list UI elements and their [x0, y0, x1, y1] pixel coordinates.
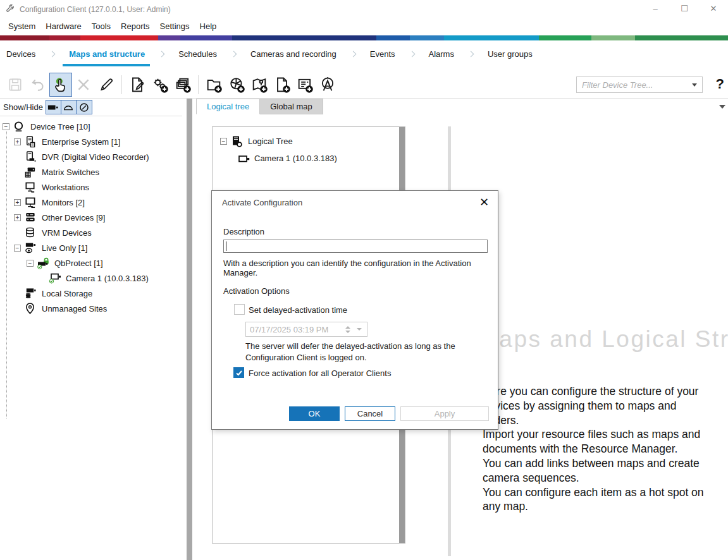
- cancel-button[interactable]: Cancel: [345, 406, 395, 421]
- tree-item-label: DVR (Digital Video Recorder): [42, 152, 149, 162]
- list-add-icon: [296, 76, 314, 94]
- apply-button[interactable]: Apply: [400, 406, 489, 421]
- expand-icon[interactable]: +: [14, 138, 21, 145]
- delayed-activation-checkbox[interactable]: [234, 304, 245, 315]
- save-button[interactable]: [4, 73, 27, 97]
- toggle-cameras[interactable]: [46, 100, 61, 114]
- minimize-button[interactable]: –: [641, 0, 670, 16]
- undo-button[interactable]: [27, 73, 49, 97]
- tree-item-device-tree-10[interactable]: −Device Tree [10]: [0, 119, 182, 134]
- show-hide-toggle-group: [46, 100, 92, 114]
- logical-tree-item-logical-tree[interactable]: −Logical Tree: [219, 133, 405, 149]
- datetime-dropdown-icon[interactable]: [357, 328, 362, 331]
- add-map-button[interactable]: [248, 73, 271, 97]
- help-button[interactable]: ?: [716, 76, 724, 92]
- add-folder-button[interactable]: [202, 73, 225, 97]
- tab-logical-tree[interactable]: Logical tree: [196, 99, 260, 114]
- toggle-domes[interactable]: [61, 100, 77, 114]
- toggle-gauges[interactable]: [77, 100, 92, 114]
- menu-system[interactable]: System: [3, 19, 40, 33]
- tree-item-camera-1-10-0-3-183[interactable]: Camera 1 (10.0.3.183): [0, 271, 182, 286]
- add-hotspot-button[interactable]: [316, 73, 339, 97]
- tree-item-dvr-digital-video-recorder[interactable]: DVR (Digital Video Recorder): [0, 149, 182, 164]
- tree-item-label: QbProtect [1]: [54, 259, 103, 268]
- doc-add-icon: [273, 76, 291, 94]
- activate-configuration-button[interactable]: [49, 73, 72, 97]
- collapse-icon[interactable]: −: [14, 245, 21, 252]
- pane-options-chevron-icon[interactable]: [719, 105, 725, 109]
- nav-tab-schedules[interactable]: Schedules: [178, 46, 217, 65]
- tree-item-workstations[interactable]: Workstations: [0, 180, 182, 195]
- filter-device-tree-combo[interactable]: Filter Device Tree...: [576, 76, 703, 93]
- tree-item-monitors-2[interactable]: +Monitors [2]: [0, 195, 182, 210]
- dialog-title: Activate Configuration: [222, 198, 302, 207]
- menu-settings[interactable]: Settings: [155, 19, 195, 33]
- edit-pencil-button[interactable]: [95, 73, 118, 97]
- nav-tab-cameras-and-recording[interactable]: Cameras and recording: [250, 46, 336, 65]
- menu-hardware[interactable]: Hardware: [40, 19, 86, 33]
- root-circle-icon: [13, 120, 27, 133]
- tree-item-label: Other Devices [9]: [42, 213, 105, 222]
- view-tabs: Logical treeGlobal map: [196, 99, 728, 114]
- nav-tab-user-groups[interactable]: User groups: [488, 46, 533, 65]
- nav-tab-devices[interactable]: Devices: [6, 46, 35, 65]
- datetime-spinner[interactable]: [345, 326, 350, 333]
- checkmark-icon: [235, 369, 243, 377]
- collapse-icon[interactable]: −: [220, 138, 227, 145]
- ok-button[interactable]: OK: [289, 406, 340, 421]
- tree-item-live-only-1[interactable]: −Live Only [1]: [0, 240, 182, 255]
- tree-item-label: Device Tree [10]: [30, 122, 90, 131]
- tree-item-label: Camera 1 (10.0.3.183): [66, 274, 149, 283]
- help-text-line: any map.: [483, 499, 728, 514]
- force-activation-checkbox[interactable]: [233, 367, 244, 378]
- close-button[interactable]: ✕: [699, 0, 728, 16]
- tree-item-label: Monitors [2]: [42, 198, 85, 207]
- toolbar-separator: [198, 75, 199, 94]
- dvr-icon: [24, 150, 38, 163]
- expand-icon[interactable]: +: [14, 214, 21, 221]
- add-device-button[interactable]: [149, 73, 171, 97]
- logical-root-icon: [230, 135, 244, 148]
- dialog-close-icon[interactable]: ✕: [479, 195, 489, 209]
- rename-document-button[interactable]: [126, 73, 149, 97]
- nav-tab-events[interactable]: Events: [370, 46, 395, 65]
- description-input[interactable]: [223, 240, 488, 253]
- tree-item-label: Logical Tree: [248, 137, 293, 146]
- maximize-button[interactable]: ☐: [670, 0, 699, 16]
- camera-logical-icon: [237, 152, 250, 165]
- collapse-icon[interactable]: −: [3, 123, 9, 130]
- delete-button[interactable]: [72, 73, 95, 97]
- add-document-button[interactable]: [271, 73, 293, 97]
- tab-global-map[interactable]: Global map: [260, 99, 323, 114]
- tree-item-unmanaged-sites[interactable]: Unmanaged Sites: [0, 301, 182, 316]
- tree-item-local-storage[interactable]: Local Storage: [0, 286, 182, 301]
- tree-item-qbprotect-1[interactable]: −QbProtect [1]: [0, 255, 182, 271]
- delayed-activation-label: Set delayed-activation time: [249, 305, 347, 315]
- qbprotect-icon: [37, 257, 51, 269]
- camera-check-icon: [48, 272, 62, 284]
- tree-item-enterprise-system-1[interactable]: +Enterprise System [1]: [0, 134, 182, 149]
- tree-item-other-devices-9[interactable]: +Other Devices [9]: [0, 210, 182, 225]
- tree-item-vrm-devices[interactable]: VRM Devices: [0, 225, 182, 240]
- logical-tree-item-camera-1-10-0-3-183[interactable]: Camera 1 (10.0.3.183): [219, 150, 405, 166]
- show-hide-label: Show/Hide: [3, 102, 43, 112]
- filter-placeholder-text: Filter Device Tree...: [582, 80, 692, 90]
- local-storage-icon: [24, 287, 38, 300]
- add-resource-button[interactable]: [293, 73, 316, 97]
- tree-item-matrix-switches[interactable]: Matrix Switches: [0, 164, 182, 180]
- nav-tab-maps-and-structure[interactable]: Maps and structure: [69, 46, 145, 65]
- delayed-activation-datetime-field[interactable]: 07/17/2025 03:19 PM: [245, 322, 367, 337]
- expand-icon[interactable]: +: [14, 199, 21, 206]
- chevron-down-icon[interactable]: [692, 83, 697, 87]
- duplicate-button[interactable]: [171, 73, 194, 97]
- panel-splitter[interactable]: [187, 99, 192, 560]
- nav-tab-alarms[interactable]: Alarms: [429, 46, 454, 65]
- help-text-line: camera sequences.: [483, 471, 728, 485]
- add-camera-sequence-button[interactable]: [225, 73, 248, 97]
- collapse-icon[interactable]: −: [27, 260, 34, 267]
- menu-tools[interactable]: Tools: [87, 19, 116, 33]
- help-text-line: Import your resource files such as maps …: [483, 427, 728, 442]
- menu-help[interactable]: Help: [195, 19, 222, 33]
- menu-reports[interactable]: Reports: [116, 19, 155, 33]
- toggle-gauges-icon: [79, 102, 89, 113]
